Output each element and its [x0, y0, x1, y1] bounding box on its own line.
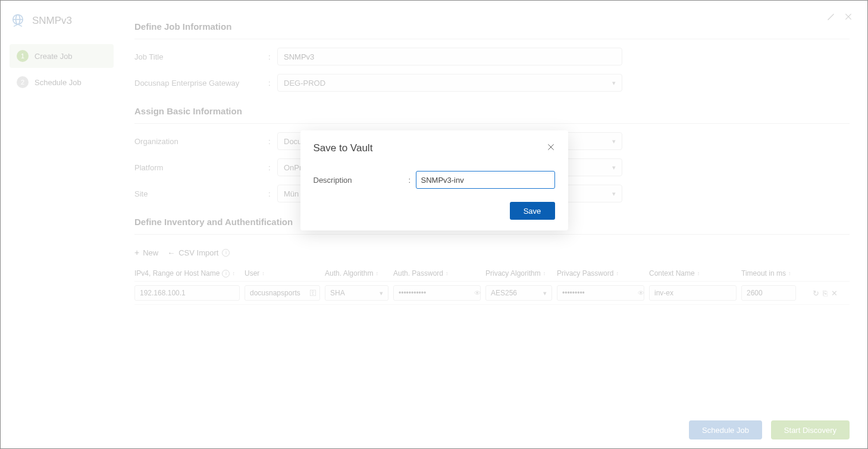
- modal-footer: Save: [314, 202, 555, 220]
- modal-label-description: Description: [314, 176, 409, 185]
- modal-save-button[interactable]: Save: [510, 202, 555, 220]
- modal-close-icon[interactable]: [547, 143, 555, 154]
- modal-row-description: Description :: [314, 171, 555, 189]
- modal-input-description[interactable]: [416, 171, 555, 189]
- modal-header: Save to Vault: [314, 142, 555, 154]
- modal-title: Save to Vault: [314, 142, 373, 154]
- modal-overlay: Save to Vault Description : Save: [1, 1, 867, 448]
- save-to-vault-modal: Save to Vault Description : Save: [300, 130, 568, 230]
